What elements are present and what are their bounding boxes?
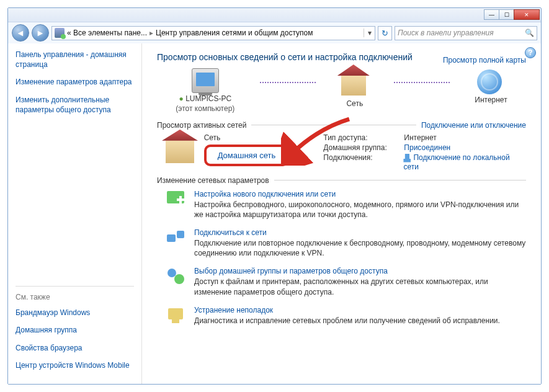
divider: [251, 125, 416, 125]
sidebar-link-sharing[interactable]: Изменить дополнительные параметры общего…: [16, 95, 134, 115]
connections-label: Подключения:: [323, 153, 403, 171]
see-also-title: См. также: [16, 293, 134, 301]
seealso-mobile[interactable]: Центр устройств Windows Mobile: [16, 360, 134, 370]
globe-icon: [477, 69, 502, 94]
task-desc: Диагностика и исправление сетевых пробле…: [194, 316, 500, 326]
task-item: Выбор домашней группы и параметров общег…: [166, 267, 526, 296]
task-homegroup-link[interactable]: Выбор домашней группы и параметров общег…: [194, 267, 388, 275]
breadcrumb-part1[interactable]: « Все элементы пане...: [67, 29, 147, 37]
task-new-connection-link[interactable]: Настройка нового подключения или сети: [194, 190, 336, 198]
map-pc-sublabel: (этот компьютер): [176, 104, 234, 113]
network-house-icon: [166, 138, 194, 163]
map-node-pc: ● LUMPICS-PC (этот компьютер): [176, 68, 234, 114]
sidebar-link-home[interactable]: Панель управления - домашняя страница: [16, 50, 134, 69]
search-icon: 🔍: [525, 29, 534, 37]
breadcrumb-part2[interactable]: Центр управления сетями и общим доступом: [156, 29, 313, 37]
homegroup-link[interactable]: Присоединен: [404, 143, 450, 152]
homegroup-icon: [166, 267, 185, 287]
svg-point-5: [167, 269, 176, 277]
main-content: ? Просмотр основных сведений о сети и на…: [142, 43, 541, 384]
address-bar[interactable]: « Все элементы пане... ▸ Центр управлени…: [51, 26, 375, 40]
task-connect-link[interactable]: Подключиться к сети: [194, 228, 267, 237]
search-input[interactable]: Поиск в панели управления 🔍: [395, 26, 537, 40]
svg-rect-2: [179, 196, 182, 203]
svg-rect-3: [167, 234, 176, 242]
access-type-value: Интернет: [404, 133, 436, 142]
connect-network-icon: [166, 228, 185, 248]
seealso-browser[interactable]: Свойства браузера: [16, 343, 134, 353]
nav-row: ◄ ► « Все элементы пане... ▸ Центр управ…: [8, 22, 541, 43]
map-node-net: Сеть: [341, 68, 368, 108]
breadcrumb-sep-icon: ▸: [147, 29, 156, 37]
window-frame: — ☐ ✕ ◄ ► « Все элементы пане... ▸ Центр…: [7, 7, 542, 385]
map-internet-label: Интернет: [475, 96, 507, 104]
svg-point-6: [174, 274, 184, 284]
sidebar: Панель управления - домашняя страница Из…: [8, 43, 142, 384]
see-also-section: См. также Брандмауэр Windows Домашняя гр…: [16, 286, 134, 378]
computer-icon: [192, 68, 219, 93]
svg-rect-4: [177, 231, 184, 238]
task-troubleshoot-link[interactable]: Устранение неполадок: [194, 306, 273, 314]
back-button[interactable]: ◄: [12, 24, 29, 42]
maximize-button[interactable]: ☐: [499, 9, 514, 20]
access-type-label: Тип доступа:: [323, 133, 404, 142]
close-button[interactable]: ✕: [514, 9, 540, 20]
plug-icon: [403, 154, 411, 163]
address-icon: [55, 28, 65, 38]
map-line-icon: [260, 82, 316, 83]
sidebar-link-adapter[interactable]: Изменение параметров адаптера: [16, 77, 134, 87]
troubleshoot-icon: [166, 306, 185, 326]
network-name: Сеть: [204, 133, 315, 142]
network-map: ● LUMPICS-PC (этот компьютер) Сеть Интер…: [157, 68, 526, 117]
network-type-link[interactable]: Домашняя сеть: [204, 145, 290, 166]
seealso-firewall[interactable]: Брандмауэр Windows: [16, 308, 134, 318]
homegroup-label: Домашняя группа:: [323, 143, 404, 152]
svg-rect-8: [172, 319, 179, 323]
minimize-button[interactable]: —: [484, 9, 499, 20]
full-map-link[interactable]: Просмотр полной карты: [443, 56, 526, 65]
task-item: Подключиться к сетиПодключение или повто…: [166, 228, 526, 258]
svg-rect-7: [168, 308, 183, 319]
connection-link[interactable]: Подключение по локальной сети: [403, 153, 509, 171]
task-desc: Доступ к файлам и принтерам, расположенн…: [194, 277, 526, 296]
search-placeholder: Поиск в панели управления: [398, 29, 494, 37]
seealso-homegroup[interactable]: Домашняя группа: [16, 325, 134, 335]
address-dropdown-icon[interactable]: ▾: [364, 29, 375, 37]
new-connection-icon: [166, 190, 185, 210]
task-item: Устранение неполадокДиагностика и исправ…: [166, 306, 526, 326]
help-icon[interactable]: ?: [525, 47, 536, 58]
divider: [274, 180, 526, 180]
change-settings-heading: Изменение сетевых параметров: [157, 176, 269, 185]
titlebar: — ☐ ✕: [8, 8, 541, 22]
task-desc: Настройка беспроводного, широкополосного…: [194, 200, 526, 220]
refresh-button[interactable]: ↻: [378, 26, 392, 40]
house-icon: [341, 73, 366, 96]
map-net-label: Сеть: [341, 99, 368, 108]
connect-disconnect-link[interactable]: Подключение или отключение: [421, 121, 526, 130]
task-item: Настройка нового подключения или сетиНас…: [166, 190, 526, 220]
map-pc-label: LUMPICS-PC: [185, 94, 231, 103]
map-line-icon: [394, 82, 450, 83]
forward-button[interactable]: ►: [32, 24, 49, 42]
task-desc: Подключение или повторное подключение к …: [194, 238, 526, 258]
map-node-internet: Интернет: [475, 68, 507, 104]
active-networks-heading: Просмотр активных сетей: [157, 121, 246, 130]
